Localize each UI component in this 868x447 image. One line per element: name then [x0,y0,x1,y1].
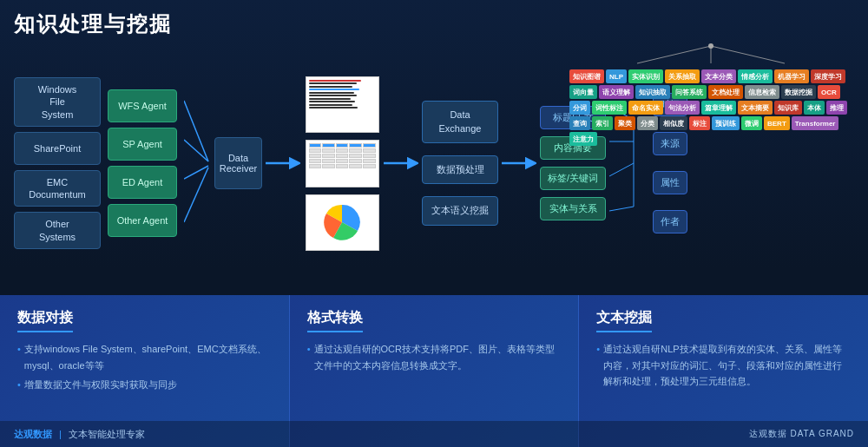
bullet-format-1: 通过达观自研的OCR技术支持将PDF、图片、表格等类型文件中的文本内容信息转换成… [307,341,562,373]
doc-preview-3 [306,194,379,251]
tag-item: 分类 [637,116,658,130]
agent-other: Other Agent [108,204,177,237]
diagram-area: WindowsFileSystem SharePoint EMCDocument… [14,50,854,276]
tag-item: 深度学习 [811,69,845,83]
tag-item: Transformer [792,116,839,130]
tag-item: 信息检索 [745,85,779,99]
svg-line-15 [711,46,785,63]
tree-svg [568,42,854,68]
bullet-1: 支持windows File System、sharePoint、EMC文档系统… [17,341,272,373]
tag-item: 推理 [826,101,847,115]
svg-line-13 [637,46,711,63]
tag-item: 词向量 [569,85,597,99]
tag-item: 文本摘要 [738,101,773,115]
tag-item: 标注 [689,116,710,130]
tag-item: 词性标注 [592,101,627,115]
data-receiver-box: DataReceiver [214,137,262,189]
tag-item: 问答系统 [672,85,707,99]
agent-sp: SP Agent [108,128,177,161]
converging-lines-svg [184,83,214,244]
panel-content-format: 通过达观自研的OCR技术支持将PDF、图片、表格等类型文件中的文本内容信息转换成… [307,341,562,373]
source-column: WindowsFileSystem SharePoint EMCDocument… [14,77,101,249]
processing-column: DataExchange 数据预处理 文本语义挖掘 [422,101,498,226]
tag-item: 索引 [592,116,613,130]
footer-subtitle: 文本智能处理专家 [69,428,145,441]
arrow-3-svg [502,146,536,181]
svg-point-16 [708,43,713,49]
mindmap-node-author: 作者 [653,210,687,233]
svg-line-3 [184,168,208,222]
tag-item: 本体 [804,101,825,115]
footer-brand: 达观数据 [14,428,52,441]
tag-item: 文档处理 [708,85,743,99]
data-preprocess-box: 数据预处理 [422,155,498,184]
source-windows: WindowsFileSystem [14,77,101,127]
footer-left: 达观数据 | 文本智能处理专家 [14,428,145,441]
svg-line-11 [609,207,634,211]
arrow-1-svg [266,146,300,181]
tag-item: 实体识别 [628,69,663,83]
tag-item: 情感分析 [738,69,773,83]
tag-item: 机器学习 [774,69,809,83]
footer-divider: | [59,429,62,439]
tag-cloud: 知识图谱NLP实体识别关系抽取文本分类情感分析机器学习深度学习词向量语义理解知识… [568,68,854,150]
pie-chart-svg [320,200,364,244]
page-title: 知识处理与挖掘 [14,10,854,38]
panel-title-mining: 文本挖掘 [596,309,652,332]
main-container: 知识处理与挖掘 WindowsFileSystem SharePoint EMC… [0,0,868,447]
tag-item: 查询 [569,116,590,130]
tag-item: 聚类 [615,116,635,130]
agent-wfs: WFS Agent [108,89,177,122]
tag-item: 关系抽取 [665,69,700,83]
tag-item: 知识库 [774,101,802,115]
tag-item: 句法分析 [665,101,700,115]
panel-content-mining: 通过达观自研NLP技术提取到有效的实体、关系、属性等内容，对其中对应的词汇、句子… [596,341,851,390]
tag-item: 知识抽取 [635,85,670,99]
tag-item: 篇章理解 [701,101,736,115]
top-section: 知识处理与挖掘 WindowsFileSystem SharePoint EMC… [0,0,868,295]
arrow-2-svg [384,146,418,181]
documents-column [304,76,380,251]
tag-item: 知识图谱 [569,69,604,83]
doc-preview-1 [306,76,379,133]
panel-title-format: 格式转换 [307,309,363,332]
mindmap-node-tags: 标签/关键词 [540,167,606,190]
source-sharepoint: SharePoint [14,132,101,165]
bullet-mining-1: 通过达观自研NLP技术提取到有效的实体、关系、属性等内容，对其中对应的词汇、句子… [596,341,851,390]
mindmap-node-entity: 实体与关系 [540,197,606,220]
source-emc: EMCDocumentum [14,170,101,207]
footer-right: 达观数据 DATA GRAND [749,428,854,440]
text-mining-box: 文本语义挖掘 [422,196,498,225]
mindmap-node-attr: 属性 [653,171,687,194]
doc-preview-2 [306,140,379,187]
tag-item: NLP [606,69,627,83]
bullet-2: 增量数据文件与权限实时获取与同步 [17,377,272,393]
tag-item: BERT [764,116,790,130]
panel-title-connect: 数据对接 [17,309,73,332]
source-other: OtherSystems [14,212,101,249]
svg-line-10 [609,163,634,176]
agent-column: WFS Agent SP Agent ED Agent Other Agent [108,89,177,237]
tag-item: 数据挖掘 [781,85,816,99]
tag-item: 文本分类 [701,69,736,83]
tag-item: 微调 [741,116,762,130]
data-exchange-box: DataExchange [422,101,498,143]
panel-content-connect: 支持windows File System、sharePoint、EMC文档系统… [17,341,272,393]
tag-item: OCR [818,85,840,99]
tag-item: 相似度 [660,116,687,130]
svg-line-0 [184,101,208,161]
tag-item: 语义理解 [599,85,634,99]
tag-item: 分词 [569,101,590,115]
tag-item: 命名实体 [628,101,663,115]
agent-ed: ED Agent [108,166,177,199]
receiver-section: DataReceiver [184,83,262,244]
tag-item: 注意力 [569,132,597,146]
tag-item: 预训练 [712,116,740,130]
tag-cloud-area: 知识图谱NLP实体识别关系抽取文本分类情感分析机器学习深度学习词向量语义理解知识… [568,42,854,150]
footer-bar: 达观数据 | 文本智能处理专家 达观数据 DATA GRAND [0,421,868,447]
